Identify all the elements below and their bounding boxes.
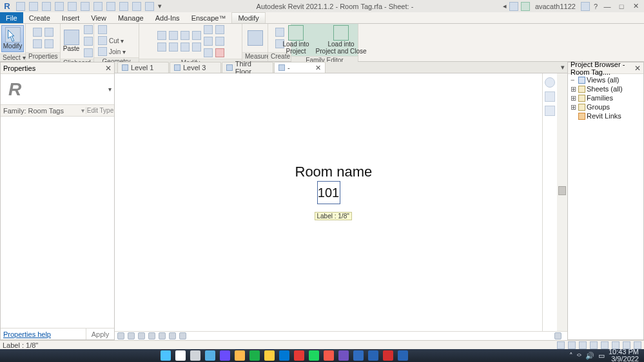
taskbar-app-11[interactable]	[324, 350, 334, 361]
close-window-button[interactable]: ✕	[630, 2, 641, 11]
aa-icon[interactable]	[509, 2, 518, 11]
taskbar-app-4[interactable]	[220, 350, 230, 361]
background-processes-icon[interactable]	[601, 341, 609, 349]
cut-icon[interactable]	[84, 25, 93, 34]
switch-windows-icon[interactable]	[145, 2, 154, 11]
sync-icon[interactable]	[42, 2, 51, 11]
properties-help-link[interactable]: Properties help	[1, 329, 86, 339]
keytips-icon[interactable]: ◂	[503, 2, 507, 10]
editing-requests-icon[interactable]	[568, 341, 576, 349]
room-name-label[interactable]: Room name	[295, 164, 373, 180]
view-tab-sheet[interactable]: -✕	[274, 62, 326, 73]
tab-insert[interactable]: Insert	[56, 12, 86, 23]
taskbar-app-12[interactable]	[338, 350, 349, 361]
volume-icon[interactable]: 🔊	[585, 352, 594, 360]
zoom-home-icon[interactable]	[554, 332, 561, 339]
wifi-icon[interactable]: ⌔	[577, 352, 581, 359]
shadows-icon[interactable]	[159, 332, 166, 339]
copy-icon[interactable]	[84, 37, 93, 46]
thin-lines-icon[interactable]	[119, 2, 128, 11]
minimize-button[interactable]: —	[601, 2, 613, 11]
taskbar-app-5[interactable]	[235, 350, 245, 361]
tab-file[interactable]: File	[0, 12, 23, 23]
tab-modify[interactable]: Modify	[231, 12, 265, 23]
taskbar-app-6[interactable]	[249, 350, 260, 361]
user-icon[interactable]	[521, 2, 530, 11]
align-icon[interactable]	[157, 31, 166, 40]
qat-dropdown-icon[interactable]: ▾	[158, 2, 167, 11]
steering-wheel-icon[interactable]	[545, 77, 555, 88]
split-icon[interactable]	[204, 25, 213, 34]
print-icon[interactable]	[81, 2, 90, 11]
tab-enscape[interactable]: Enscape™	[186, 12, 232, 23]
help-icon[interactable]: ?	[592, 3, 599, 10]
pin-icon[interactable]	[215, 25, 224, 34]
crop-view-icon[interactable]	[169, 332, 176, 339]
taskbar-app-15[interactable]	[383, 350, 393, 361]
unpin-icon[interactable]	[215, 37, 224, 46]
close-views-icon[interactable]	[132, 2, 141, 11]
selection-filter-icon[interactable]	[590, 341, 598, 349]
properties-close-button[interactable]: ✕	[105, 64, 112, 73]
browser-families[interactable]: ⊞Families	[569, 93, 643, 102]
offset-icon[interactable]	[169, 31, 178, 40]
browser-sheets[interactable]: ⊞Sheets (all)	[569, 84, 643, 93]
maximize-button[interactable]: □	[616, 2, 627, 11]
join-geom-icon[interactable]	[98, 47, 107, 56]
load-into-project-and-close-button[interactable]: Load into Project and Close	[314, 25, 369, 55]
drawing-canvas[interactable]: Room name 101 Label : 1/8"	[115, 73, 543, 331]
taskbar-app-16[interactable]	[398, 350, 408, 361]
view-tab-level-3[interactable]: Level 3	[170, 62, 221, 73]
load-into-project-button[interactable]: Load into Project	[280, 25, 311, 55]
property-filter[interactable]: Family: Room Tags	[1, 107, 80, 115]
select-panel-label[interactable]: Select ▾	[0, 53, 25, 62]
view-tab-close-button[interactable]: ✕	[315, 64, 321, 72]
taskbar-app-1[interactable]	[175, 350, 186, 361]
taskbar-app-2[interactable]	[190, 350, 200, 361]
type-properties-icon[interactable]	[33, 28, 42, 37]
detail-level-icon[interactable]	[128, 332, 135, 339]
zoom-icon[interactable]	[545, 91, 555, 102]
edit-type-button[interactable]: Edit Type	[86, 107, 114, 114]
browser-groups[interactable]: ⊞Groups	[569, 102, 643, 111]
taskbar-app-13[interactable]	[353, 350, 364, 361]
trim-extend-icon[interactable]	[192, 43, 201, 52]
taskbar-app-8[interactable]	[279, 350, 289, 361]
tab-manage[interactable]: Manage	[112, 12, 150, 23]
rotate-icon[interactable]	[181, 43, 190, 52]
text-qat-icon[interactable]	[106, 2, 115, 11]
tray-overflow-icon[interactable]: ˄	[569, 352, 573, 360]
redo-icon[interactable]	[68, 2, 77, 11]
browser-views[interactable]: −Views (all)	[569, 75, 643, 84]
sun-path-icon[interactable]	[148, 332, 155, 339]
view-tab-level-1[interactable]: Level 1	[117, 62, 169, 73]
modify-tool-button[interactable]: Modify	[1, 25, 24, 52]
save-icon[interactable]	[29, 2, 38, 11]
match-icon[interactable]	[84, 48, 93, 57]
undo-icon[interactable]	[55, 2, 64, 11]
taskbar-app-7[interactable]	[264, 350, 275, 361]
browser-revit-links[interactable]: Revit Links	[569, 111, 643, 120]
cope-icon[interactable]	[98, 25, 107, 34]
scale-selector[interactable]	[117, 332, 124, 339]
open-icon[interactable]	[16, 2, 25, 11]
project-browser-close-button[interactable]: ✕	[634, 64, 641, 73]
family-category-icon[interactable]	[44, 39, 54, 48]
vertical-scrollbar[interactable]	[557, 73, 567, 331]
tab-add-ins[interactable]: Add-Ins	[150, 12, 186, 23]
paste-button[interactable]: Paste	[61, 25, 82, 57]
mirror-axis-icon[interactable]	[181, 31, 190, 40]
copy-tool-icon[interactable]	[169, 43, 178, 52]
apply-button[interactable]: Apply	[86, 329, 114, 339]
taskbar-app-14[interactable]	[368, 350, 378, 361]
view-tab-third-floor[interactable]: Third Floor	[222, 62, 273, 73]
taskbar-app-3[interactable]	[205, 350, 215, 361]
family-types-icon[interactable]	[44, 28, 54, 37]
scale-icon[interactable]	[204, 48, 213, 57]
system-clock[interactable]: 10:43 PM3/9/2022	[609, 348, 639, 362]
views-overflow-icon[interactable]: ▾	[558, 62, 567, 73]
tab-view[interactable]: View	[85, 12, 112, 23]
type-dropdown-icon[interactable]: ▾	[108, 86, 112, 93]
measure-qat-icon[interactable]	[93, 2, 102, 11]
array-icon[interactable]	[204, 37, 213, 46]
